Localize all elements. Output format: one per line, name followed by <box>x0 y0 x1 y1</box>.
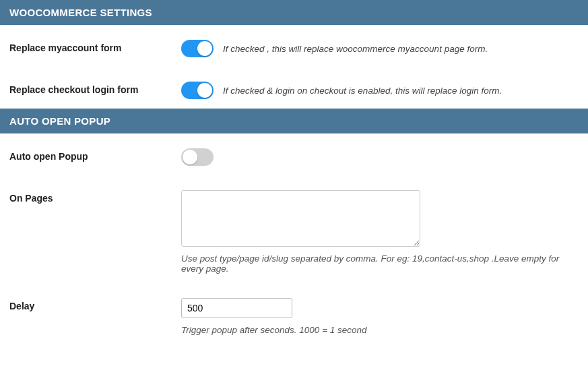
section-header-woocommerce: WOOCOMMERCE SETTINGS <box>0 0 588 25</box>
label-delay: Delay <box>9 298 181 311</box>
input-delay[interactable] <box>181 298 292 318</box>
textarea-on-pages[interactable] <box>181 190 420 247</box>
row-replace-checkout: Replace checkout login form If checked &… <box>0 67 588 109</box>
help-delay: Trigger popup after seconds. 1000 = 1 se… <box>181 325 579 335</box>
row-on-pages: On Pages Use post type/page id/slug sepa… <box>0 175 588 283</box>
label-on-pages: On Pages <box>9 190 181 204</box>
toggle-replace-checkout[interactable] <box>181 82 214 99</box>
row-auto-open: Auto open Popup <box>0 133 588 175</box>
row-delay: Delay Trigger popup after seconds. 1000 … <box>0 283 588 344</box>
label-replace-checkout: Replace checkout login form <box>9 82 181 95</box>
row-replace-myaccount: Replace myaccount form If checked , this… <box>0 25 588 67</box>
desc-replace-myaccount: If checked , this will replace woocommer… <box>223 44 488 54</box>
help-on-pages: Use post type/page id/slug separated by … <box>181 253 579 274</box>
label-replace-myaccount: Replace myaccount form <box>9 40 181 53</box>
toggle-auto-open[interactable] <box>181 148 214 166</box>
toggle-replace-myaccount[interactable] <box>181 40 214 57</box>
section-header-autopopup: AUTO OPEN POPUP <box>0 109 588 133</box>
label-auto-open: Auto open Popup <box>9 148 181 162</box>
desc-replace-checkout: If checked & login on checkout is enable… <box>223 86 502 96</box>
